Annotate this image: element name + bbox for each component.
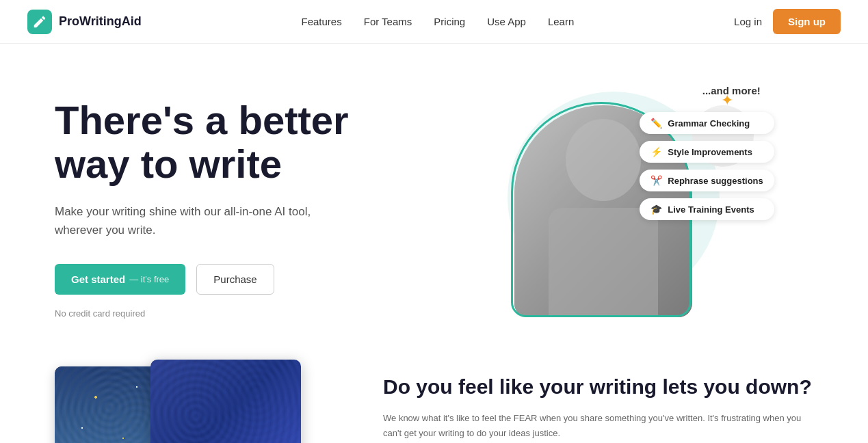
no-credit-card-text: No credit card required [55, 308, 421, 319]
purchase-button[interactable]: Purchase [196, 264, 274, 295]
nav-features[interactable]: Features [302, 16, 342, 27]
hero-buttons: Get started — it's free Purchase [55, 264, 421, 295]
nav-use-app[interactable]: Use App [487, 16, 526, 27]
free-tag: — it's free [129, 274, 169, 284]
nav-pricing[interactable]: Pricing [434, 16, 465, 27]
style-icon: ⚡ [650, 146, 662, 157]
section2: My idea in my head Do you feel like your… [0, 346, 868, 443]
section2-body: We know what it's like to feel the FEAR … [383, 411, 813, 441]
signup-button[interactable]: Sign up [773, 9, 841, 34]
hero-right: ✦ ...and more! ✏️ Grammar Checking ⚡ Sty… [448, 85, 814, 317]
image-card-front [150, 360, 301, 443]
logo-link[interactable]: ProWritingAid [27, 10, 142, 34]
pill-style: ⚡ Style Improvements [640, 141, 774, 163]
hero-title: There's a better way to write [55, 98, 421, 186]
logo-icon [27, 10, 52, 34]
nav-for-teams[interactable]: For Teams [364, 16, 412, 27]
section2-right: Do you feel like your writing lets you d… [383, 360, 813, 441]
hero-section: There's a better way to write Make your … [0, 44, 868, 346]
login-link[interactable]: Log in [734, 16, 762, 27]
hero-left: There's a better way to write Make your … [55, 85, 421, 319]
brand-name: ProWritingAid [59, 14, 142, 29]
pill-rephrase: ✂️ Rephrase suggestions [640, 170, 774, 191]
navbar: ProWritingAid Features For Teams Pricing… [0, 0, 868, 44]
section2-images: My idea in my head [55, 360, 301, 443]
rephrase-icon: ✂️ [650, 175, 662, 186]
training-icon: 🎓 [650, 204, 662, 215]
nav-links: Features For Teams Pricing Use App Learn [302, 16, 575, 27]
pill-training: 🎓 Live Training Events [640, 198, 774, 220]
section2-title: Do you feel like your writing lets you d… [383, 373, 813, 400]
hero-subtitle: Make your writing shine with our all-in-… [55, 202, 342, 239]
nav-learn[interactable]: Learn [548, 16, 574, 27]
grammar-icon: ✏️ [650, 118, 662, 129]
get-started-button[interactable]: Get started — it's free [55, 264, 185, 295]
pill-grammar: ✏️ Grammar Checking [640, 112, 774, 134]
feature-pills: ✏️ Grammar Checking ⚡ Style Improvements… [640, 112, 774, 220]
nav-actions: Log in Sign up [734, 9, 841, 34]
and-more-label: ...and more! [702, 85, 761, 96]
section2-left: My idea in my head [55, 360, 342, 443]
hero-illustration: ✦ ...and more! ✏️ Grammar Checking ⚡ Sty… [487, 85, 774, 317]
